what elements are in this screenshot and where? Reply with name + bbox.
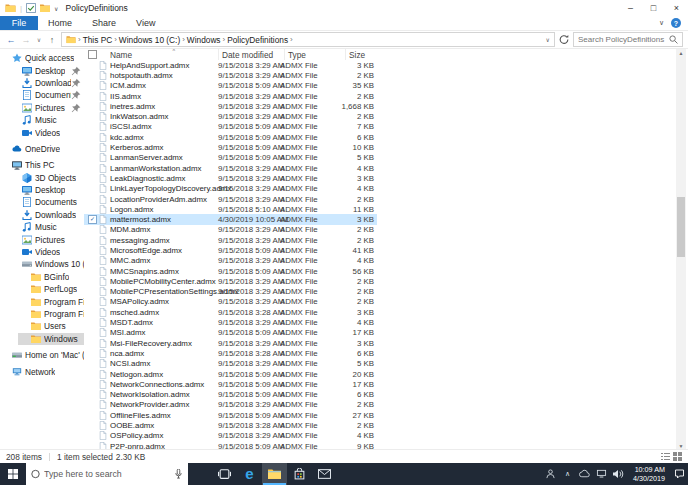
new-folder-icon[interactable] [40,3,50,13]
LanmanServer.admx[interactable]: ✓ LanmanServer.admx 9/15/2018 5:09 AM AD… [84,153,377,163]
sidebar-item[interactable]: Desktop [0,64,84,76]
taskbar-search-box[interactable]: Type here to search [26,463,188,485]
hotspotauth.admx[interactable]: ✓ hotspotauth.admx 9/15/2018 3:29 AM ADM… [84,70,377,80]
sidebar-windows-selected[interactable]: Windows [0,333,84,345]
Msi-FileRecovery.admx[interactable]: ✓ Msi-FileRecovery.admx 9/15/2018 3:29 A… [84,338,377,348]
vertical-scrollbar[interactable]: ▲ ▼ [676,49,686,450]
messaging.admx[interactable]: ✓ messaging.admx 9/15/2018 3:29 AM ADMX … [84,235,377,245]
NCSI.admx[interactable]: ✓ NCSI.admx 9/15/2018 3:29 AM ADMX File … [84,359,377,369]
nca.admx[interactable]: ✓ nca.admx 9/15/2018 3:28 AM ADMX File 6… [84,348,377,358]
MMCSnapins.admx[interactable]: ✓ MMCSnapins.admx 9/15/2018 5:09 AM ADMX… [84,266,377,276]
qat-customize-chevron-icon[interactable]: ∨ [54,5,58,12]
taskbar-clock[interactable]: 10:09 AM 4/30/2019 [633,465,665,484]
OfflineFiles.admx[interactable]: ✓ OfflineFiles.admx 9/15/2018 5:09 AM AD… [84,410,377,420]
sidebar-item[interactable]: Downloads [0,209,84,221]
LanmanWorkstation.admx[interactable]: ✓ LanmanWorkstation.admx 9/15/2018 3:29 … [84,163,377,173]
sidebar-item[interactable]: Pictures [0,233,84,245]
column-header-size[interactable]: Size [345,49,389,60]
sidebar-item[interactable]: Desktop [0,184,84,196]
up-button[interactable]: ↑ [46,35,58,45]
column-header-type[interactable]: Type [284,49,345,60]
action-center-icon[interactable] [674,469,685,479]
row-checkbox[interactable]: ✓ [88,215,97,224]
sidebar-item[interactable]: PerfLogs [0,283,84,295]
address-dropdown-chevron-icon[interactable]: ∨ [546,36,550,43]
breadcrumb-segment[interactable]: PolicyDefinitions [227,35,288,45]
NetworkIsolation.admx[interactable]: ✓ NetworkIsolation.admx 9/15/2018 5:09 A… [84,390,377,400]
recent-locations-chevron-icon[interactable]: ∨ [35,36,43,43]
minimize-button[interactable]: – [619,0,642,16]
microphone-icon[interactable] [174,469,183,479]
sidebar-item[interactable]: Documents [0,196,84,208]
sidebar-this-pc[interactable]: This PC [0,159,84,171]
taskbar-file-explorer-button[interactable] [262,463,287,485]
large-icons-view-icon[interactable] [673,452,682,461]
sidebar-quick-access[interactable]: Quick access [0,52,84,64]
mattermost.admx[interactable]: ✓ mattermost.admx 4/30/2019 10:05 AM ADM… [84,214,377,224]
sidebar-item[interactable]: Music [0,221,84,233]
sidebar-item[interactable]: 3D Objects [0,172,84,184]
breadcrumb-segment[interactable]: Windows 10 (C:) [119,35,180,45]
MMC.admx[interactable]: ✓ MMC.admx 9/15/2018 3:29 AM ADMX File 4… [84,256,377,266]
ribbon-tab[interactable]: Home [38,16,82,30]
help-icon[interactable]: ? [671,18,681,28]
HelpAndSupport.admx[interactable]: ✓ HelpAndSupport.admx 9/15/2018 3:29 AM … [84,60,377,70]
MobilePCMobilityCenter.admx[interactable]: ✓ MobilePCMobilityCenter.admx 9/15/2018 … [84,276,377,286]
MicrosoftEdge.admx[interactable]: ✓ MicrosoftEdge.admx 9/15/2018 5:09 AM A… [84,245,377,255]
sidebar-item[interactable]: Music [0,114,84,126]
tray-volume-icon[interactable] [613,469,624,479]
OSPolicy.admx[interactable]: ✓ OSPolicy.admx 9/15/2018 3:29 AM ADMX F… [84,431,377,441]
LocationProviderAdm.admx[interactable]: ✓ LocationProviderAdm.admx 9/15/2018 3:2… [84,194,377,204]
OOBE.admx[interactable]: ✓ OOBE.admx 9/15/2018 3:28 AM ADMX File … [84,420,377,430]
tray-people-icon[interactable] [545,469,556,479]
tray-show-hidden-icons[interactable]: ∧ [562,469,573,479]
MSDT.admx[interactable]: ✓ MSDT.admx 9/15/2018 3:29 AM ADMX File … [84,317,377,327]
sidebar-item[interactable]: Pictures [0,102,84,114]
taskbar-mail-button[interactable] [312,463,337,485]
start-button[interactable] [0,463,26,485]
ribbon-tab[interactable]: Share [82,16,126,30]
sidebar-item[interactable]: Windows 10 (C:) [0,258,84,270]
ICM.admx[interactable]: ✓ ICM.admx 9/15/2018 5:09 AM ADMX File 3… [84,81,377,91]
MSI.admx[interactable]: ✓ MSI.admx 9/15/2018 5:09 AM ADMX File 1… [84,328,377,338]
iSCSI.admx[interactable]: ✓ iSCSI.admx 9/15/2018 5:09 AM ADMX File… [84,122,377,132]
tray-network-icon[interactable] [596,469,607,479]
NetworkConnections.admx[interactable]: ✓ NetworkConnections.admx 9/15/2018 5:09… [84,379,377,389]
sidebar-item[interactable]: Videos [0,126,84,138]
refresh-icon[interactable] [558,34,570,45]
sidebar-network[interactable]: Network [0,365,84,377]
taskbar-task-view-button[interactable] [212,463,237,485]
column-header-name[interactable]: Name [110,50,218,60]
explorer-search-box[interactable]: Search PolicyDefinitions [573,32,683,47]
sidebar-item[interactable]: BGinfo [0,271,84,283]
taskbar-edge-button[interactable]: e [237,463,262,485]
tray-onedrive-icon[interactable] [579,469,590,479]
properties-icon[interactable] [26,3,36,13]
maximize-button[interactable]: □ [642,0,665,16]
ribbon-tab[interactable]: View [126,16,165,30]
InkWatson.admx[interactable]: ✓ InkWatson.admx 9/15/2018 3:29 AM ADMX … [84,111,377,121]
column-header-date-modified[interactable]: Date modified [218,49,284,60]
sidebar-item[interactable]: Program Files [0,295,84,307]
back-button[interactable]: ← [5,35,17,45]
scrollbar-up-arrow-icon[interactable]: ▲ [676,49,686,57]
scrollbar-thumb[interactable] [677,197,685,257]
sidebar-item[interactable]: Users [0,320,84,332]
NetworkProvider.admx[interactable]: ✓ NetworkProvider.admx 9/15/2018 3:29 AM… [84,400,377,410]
breadcrumb-segment[interactable]: This PC [83,35,113,45]
sidebar-item[interactable]: Program Files (x86) [0,308,84,320]
MSAPolicy.admx[interactable]: ✓ MSAPolicy.admx 9/15/2018 3:29 AM ADMX … [84,297,377,307]
expand-ribbon-chevron-icon[interactable]: ∨ [659,19,664,27]
tab-file[interactable]: File [0,16,38,30]
IIS.admx[interactable]: ✓ IIS.admx 9/15/2018 3:29 AM ADMX File 2… [84,91,377,101]
Netlogon.admx[interactable]: ✓ Netlogon.admx 9/15/2018 5:09 AM ADMX F… [84,369,377,379]
forward-button[interactable]: → [20,35,32,45]
sidebar-item[interactable]: Documents [0,89,84,101]
breadcrumb-segment[interactable]: Windows [187,35,221,45]
Logon.admx[interactable]: ✓ Logon.admx 9/15/2018 5:10 AM ADMX File… [84,204,377,214]
LinkLayerTopologyDiscovery.admx[interactable]: ✓ LinkLayerTopologyDiscovery.admx 9/15/2… [84,184,377,194]
inetres.admx[interactable]: ✓ inetres.admx 9/15/2018 3:29 AM ADMX Fi… [84,101,377,111]
MobilePCPresentationSettings.admx[interactable]: ✓ MobilePCPresentationSettings.admx 9/15… [84,287,377,297]
address-field[interactable]: ›This PC›Windows 10 (C:)›Windows›PolicyD… [61,32,555,47]
kdc.admx[interactable]: ✓ kdc.admx 9/15/2018 5:09 AM ADMX File 6… [84,132,377,142]
